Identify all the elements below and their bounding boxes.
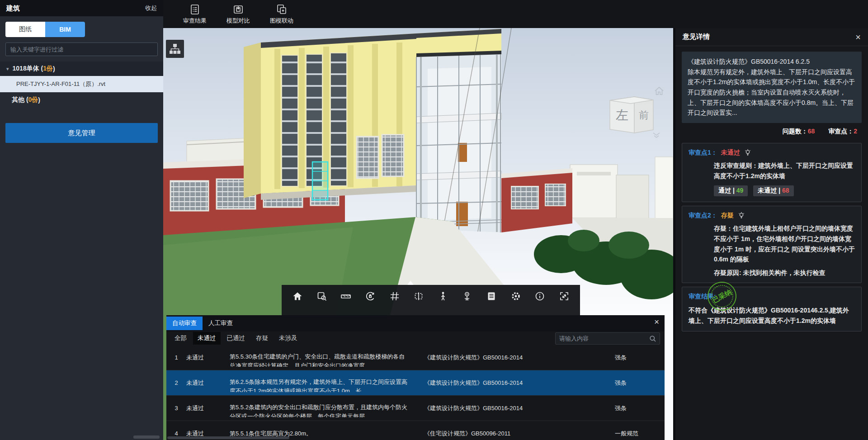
table-row[interactable]: 3 未通过 第5.5.2条建筑内的安全出口和疏散门应分散布置，且建筑内每个防火分… — [166, 396, 665, 421]
review-point-2-status: 存疑 — [721, 212, 734, 220]
tree-other-suffix: ) — [38, 96, 40, 104]
view-cube[interactable]: 左 前 — [606, 85, 657, 138]
issues-count: 68 — [808, 128, 815, 135]
review-point-1-text: 违反审查规则：建筑外墙上、下层开口之间应设置高度不小于1.2m的实体墙 — [714, 161, 855, 181]
orbit-icon[interactable] — [364, 290, 376, 302]
status-filter[interactable]: 全部 — [170, 332, 191, 345]
table-hscrollbar[interactable] — [167, 436, 289, 439]
grid-icon[interactable] — [389, 290, 401, 302]
status-filter[interactable]: 未涉及 — [274, 332, 302, 345]
home-view-icon[interactable] — [653, 85, 665, 99]
row-severity: 强条 — [587, 354, 665, 362]
points-label: 审查点： — [828, 128, 854, 135]
review-result-label: 审查结果 — [183, 17, 207, 25]
tree-group-1018[interactable]: ▾ 1018单体 ( 1份 ) — [0, 62, 163, 76]
row-status: 未通过 — [186, 379, 230, 387]
row-index: 3 — [166, 405, 186, 412]
page-title: 建筑 — [6, 4, 20, 13]
row-index: 4 — [166, 430, 186, 437]
section-icon[interactable] — [413, 290, 425, 302]
chevron-down-icon[interactable] — [651, 131, 662, 141]
row-severity: 强条 — [587, 379, 665, 387]
tree-group-count: 1份 — [43, 65, 53, 73]
row-severity: 强条 — [587, 404, 665, 412]
issue-stats: 问题数：68 审查点：2 — [675, 126, 868, 139]
sidebar: 建筑 收起 图纸 BIM ▾ 1018单体 ( 1份 ) PRE-TJYY-1-… — [0, 0, 163, 440]
review-point-2-label: 审查点2： — [689, 212, 717, 220]
review-list-panel: 自动审查人工审查 × 全部未通过已通过存疑未涉及 1 未通过 第5.5.30条住… — [166, 315, 665, 440]
detail-header: 意见详情 × — [675, 28, 868, 46]
table-row[interactable]: 2 未通过 第6.2.5条除本规范另有规定外，建筑外墙上、下层开口之间应设置高度… — [166, 370, 665, 396]
status-filter[interactable]: 已通过 — [222, 332, 250, 345]
issues-label: 问题数： — [783, 128, 808, 135]
doubt-reason: 存疑原因: 未找到相关构件，未执行检查 — [714, 269, 855, 277]
review-mode-tab[interactable]: 自动审查 — [166, 317, 203, 330]
report-icon — [189, 4, 201, 15]
table-row[interactable]: 1 未通过 第5.5.30条住宅建筑的户门、安全出口、疏散走道和疏散楼梯的各自总… — [166, 345, 665, 370]
sidebar-hscrollbar[interactable] — [133, 435, 160, 439]
home-icon[interactable] — [292, 290, 303, 302]
detail-title: 意见详情 — [683, 33, 710, 41]
sidebar-header: 建筑 收起 — [0, 0, 163, 16]
model-structure-tree-button[interactable] — [166, 40, 184, 58]
status-filter[interactable]: 存疑 — [251, 332, 273, 345]
tree-other-count: 0份 — [28, 96, 38, 104]
status-filter[interactable]: 未通过 — [193, 332, 221, 345]
source-tabs: 图纸 BIM — [5, 22, 85, 37]
regulation-box: 《建筑设计防火规范》GB50016-2014 6.2.5 除本规范另有规定外，建… — [682, 52, 862, 123]
opinion-manage-button[interactable]: 意见管理 — [5, 123, 158, 143]
measure-icon[interactable] — [340, 290, 352, 302]
row-standard: 《住宅设计规范》GB50096-2011 — [410, 430, 587, 438]
regulation-body: 除本规范另有规定外，建筑外墙上、下层开口之间应设置高度不小于1.2m的实体墙或挑… — [688, 67, 856, 118]
lightbulb-icon[interactable] — [744, 149, 752, 157]
tree-group-other[interactable]: 其他 ( 0份 ) — [0, 92, 163, 108]
review-mode-tabs: 自动审查人工审查 × — [166, 315, 665, 331]
review-mode-tab[interactable]: 人工审查 — [203, 317, 239, 330]
list-search-box — [555, 332, 660, 345]
status-filter-bar: 全部未通过已通过存疑未涉及 — [166, 331, 665, 345]
info-icon[interactable] — [534, 290, 546, 302]
row-index: 1 — [166, 354, 186, 361]
drawing-model-link-button[interactable]: 图模联动 — [260, 4, 303, 25]
row-index: 2 — [166, 379, 186, 386]
tab-bim[interactable]: BIM — [45, 22, 85, 37]
model-compare-icon — [232, 4, 244, 15]
box-select-icon[interactable] — [316, 290, 328, 302]
row-status: 未通过 — [186, 354, 230, 362]
review-table: 1 未通过 第5.5.30条住宅建筑的户门、安全出口、疏散走道和疏散楼梯的各自总… — [166, 345, 665, 440]
fullscreen-icon[interactable] — [558, 290, 570, 302]
collapse-button[interactable]: 收起 — [145, 4, 157, 12]
settings-icon[interactable] — [510, 290, 522, 302]
review-result-card: 审查结果: 已采纳 不符合《建筑设计防火规范》GB50016-20146.2.5… — [682, 287, 862, 331]
list-icon[interactable] — [486, 290, 497, 302]
fail-count-badge[interactable]: 未通过 | 68 — [753, 185, 793, 196]
filter-keyword-input[interactable] — [5, 43, 158, 56]
search-icon[interactable] — [649, 335, 656, 342]
row-description: 第6.2.5条除本规范另有规定外，建筑外墙上、下层开口之间应设置高度不小于1.2… — [230, 374, 410, 392]
viewpoint-icon[interactable] — [461, 290, 473, 302]
tab-drawing[interactable]: 图纸 — [5, 22, 45, 37]
lightbulb-icon[interactable] — [737, 212, 745, 220]
points-count: 2 — [854, 128, 857, 135]
viewer-toolbar — [282, 285, 580, 317]
toolbar-caret-up-icon[interactable] — [407, 281, 414, 285]
close-icon[interactable]: × — [855, 33, 861, 42]
cube-face-front: 前 — [639, 109, 649, 121]
close-icon[interactable]: × — [654, 317, 659, 327]
walk-icon[interactable] — [437, 290, 449, 302]
tree-group-suffix: ) — [53, 65, 55, 72]
tree-item-model-file[interactable]: PRE-TJYY-1-AR-F01-11（原）.rvt — [0, 76, 163, 92]
row-description: 第5.5.2条建筑内的安全出口和疏散门应分散布置，且建筑内每个防火分区或一个防火… — [230, 399, 410, 417]
list-search-input[interactable] — [556, 335, 649, 342]
regulation-title: 《建筑设计防火规范》GB50016-2014 6.2.5 — [688, 57, 856, 67]
model-compare-button[interactable]: 模型对比 — [217, 4, 260, 25]
row-severity: 一般规范 — [587, 430, 665, 438]
row-description: 第5.5.30条住宅建筑的户门、安全出口、疏散走道和疏散楼梯的各自总净宽度应经计… — [230, 349, 410, 367]
review-result-button[interactable]: 审查结果 — [173, 4, 217, 25]
pass-count-badge[interactable]: 通过 | 49 — [714, 185, 748, 196]
review-point-card-2: 审查点2： 存疑 存疑：住宅建筑外墙上相邻户开口之间的墙体宽度不应小于 1m，住… — [682, 206, 862, 283]
review-point-card-1: 审查点1： 未通过 违反审查规则：建筑外墙上、下层开口之间应设置高度不小于1.2… — [682, 143, 862, 202]
row-status: 未通过 — [186, 404, 230, 412]
hierarchy-icon — [168, 42, 182, 56]
review-point-2-text: 存疑：住宅建筑外墙上相邻户开口之间的墙体宽度不应小于 1m，住宅外墙相邻户开口之… — [714, 223, 855, 265]
